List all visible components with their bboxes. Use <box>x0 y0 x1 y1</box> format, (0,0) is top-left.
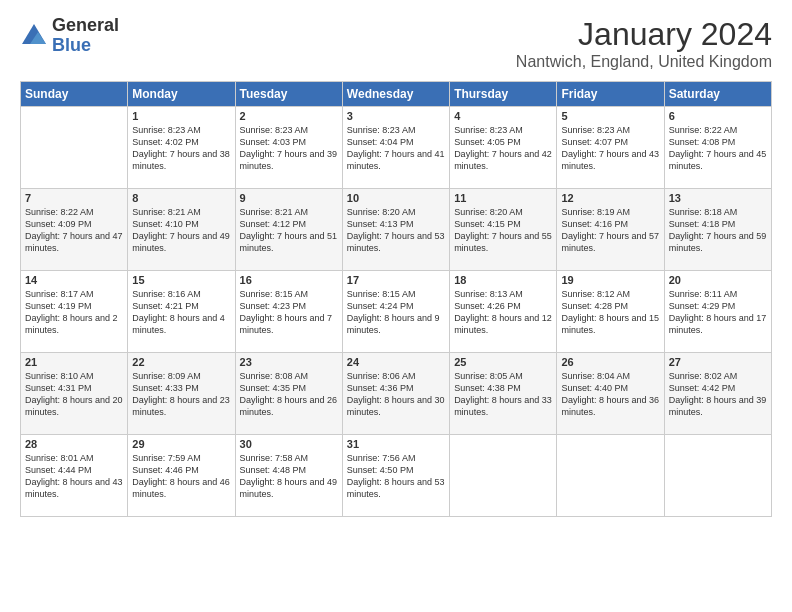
calendar-week-row: 7 Sunrise: 8:22 AM Sunset: 4:09 PM Dayli… <box>21 189 772 271</box>
calendar-cell <box>450 435 557 517</box>
calendar-cell: 24 Sunrise: 8:06 AM Sunset: 4:36 PM Dayl… <box>342 353 449 435</box>
day-number: 26 <box>561 356 659 368</box>
day-info: Sunrise: 8:08 AM Sunset: 4:35 PM Dayligh… <box>240 370 338 419</box>
day-info: Sunrise: 8:12 AM Sunset: 4:28 PM Dayligh… <box>561 288 659 337</box>
daylight-text: Daylight: 8 hours and 2 minutes. <box>25 313 118 335</box>
sunrise-text: Sunrise: 8:22 AM <box>669 125 738 135</box>
logo: General Blue <box>20 16 119 56</box>
daylight-text: Daylight: 7 hours and 47 minutes. <box>25 231 123 253</box>
calendar-cell: 9 Sunrise: 8:21 AM Sunset: 4:12 PM Dayli… <box>235 189 342 271</box>
sunrise-text: Sunrise: 8:04 AM <box>561 371 630 381</box>
day-number: 1 <box>132 110 230 122</box>
day-number: 23 <box>240 356 338 368</box>
sunrise-text: Sunrise: 7:59 AM <box>132 453 201 463</box>
daylight-text: Daylight: 7 hours and 43 minutes. <box>561 149 659 171</box>
day-number: 15 <box>132 274 230 286</box>
daylight-text: Daylight: 8 hours and 49 minutes. <box>240 477 338 499</box>
daylight-text: Daylight: 7 hours and 57 minutes. <box>561 231 659 253</box>
day-info: Sunrise: 8:01 AM Sunset: 4:44 PM Dayligh… <box>25 452 123 501</box>
day-number: 27 <box>669 356 767 368</box>
daylight-text: Daylight: 7 hours and 38 minutes. <box>132 149 230 171</box>
day-info: Sunrise: 8:20 AM Sunset: 4:13 PM Dayligh… <box>347 206 445 255</box>
calendar-cell: 14 Sunrise: 8:17 AM Sunset: 4:19 PM Dayl… <box>21 271 128 353</box>
calendar-cell: 21 Sunrise: 8:10 AM Sunset: 4:31 PM Dayl… <box>21 353 128 435</box>
daylight-text: Daylight: 8 hours and 36 minutes. <box>561 395 659 417</box>
day-info: Sunrise: 8:22 AM Sunset: 4:08 PM Dayligh… <box>669 124 767 173</box>
calendar-cell: 25 Sunrise: 8:05 AM Sunset: 4:38 PM Dayl… <box>450 353 557 435</box>
day-info: Sunrise: 8:19 AM Sunset: 4:16 PM Dayligh… <box>561 206 659 255</box>
sunrise-text: Sunrise: 8:10 AM <box>25 371 94 381</box>
day-number: 31 <box>347 438 445 450</box>
daylight-text: Daylight: 8 hours and 20 minutes. <box>25 395 123 417</box>
sunrise-text: Sunrise: 8:23 AM <box>561 125 630 135</box>
header: General Blue January 2024 Nantwich, Engl… <box>20 16 772 71</box>
sunset-text: Sunset: 4:36 PM <box>347 383 414 393</box>
calendar-cell: 19 Sunrise: 8:12 AM Sunset: 4:28 PM Dayl… <box>557 271 664 353</box>
title-block: January 2024 Nantwich, England, United K… <box>516 16 772 71</box>
sunrise-text: Sunrise: 8:19 AM <box>561 207 630 217</box>
calendar-cell: 31 Sunrise: 7:56 AM Sunset: 4:50 PM Dayl… <box>342 435 449 517</box>
day-info: Sunrise: 8:15 AM Sunset: 4:23 PM Dayligh… <box>240 288 338 337</box>
daylight-text: Daylight: 8 hours and 15 minutes. <box>561 313 659 335</box>
sunrise-text: Sunrise: 8:13 AM <box>454 289 523 299</box>
location: Nantwich, England, United Kingdom <box>516 53 772 71</box>
day-info: Sunrise: 8:10 AM Sunset: 4:31 PM Dayligh… <box>25 370 123 419</box>
day-number: 17 <box>347 274 445 286</box>
calendar-cell: 28 Sunrise: 8:01 AM Sunset: 4:44 PM Dayl… <box>21 435 128 517</box>
day-info: Sunrise: 7:58 AM Sunset: 4:48 PM Dayligh… <box>240 452 338 501</box>
calendar-week-row: 21 Sunrise: 8:10 AM Sunset: 4:31 PM Dayl… <box>21 353 772 435</box>
day-number: 8 <box>132 192 230 204</box>
sunrise-text: Sunrise: 8:23 AM <box>240 125 309 135</box>
sunset-text: Sunset: 4:16 PM <box>561 219 628 229</box>
day-info: Sunrise: 8:23 AM Sunset: 4:04 PM Dayligh… <box>347 124 445 173</box>
day-info: Sunrise: 8:16 AM Sunset: 4:21 PM Dayligh… <box>132 288 230 337</box>
sunset-text: Sunset: 4:23 PM <box>240 301 307 311</box>
col-sunday: Sunday <box>21 82 128 107</box>
sunset-text: Sunset: 4:13 PM <box>347 219 414 229</box>
daylight-text: Daylight: 7 hours and 45 minutes. <box>669 149 767 171</box>
day-info: Sunrise: 7:56 AM Sunset: 4:50 PM Dayligh… <box>347 452 445 501</box>
calendar-cell: 6 Sunrise: 8:22 AM Sunset: 4:08 PM Dayli… <box>664 107 771 189</box>
day-info: Sunrise: 8:22 AM Sunset: 4:09 PM Dayligh… <box>25 206 123 255</box>
logo-general-text: General <box>52 16 119 36</box>
day-number: 11 <box>454 192 552 204</box>
sunset-text: Sunset: 4:44 PM <box>25 465 92 475</box>
day-number: 29 <box>132 438 230 450</box>
sunrise-text: Sunrise: 8:01 AM <box>25 453 94 463</box>
sunrise-text: Sunrise: 8:21 AM <box>132 207 201 217</box>
sunrise-text: Sunrise: 8:23 AM <box>454 125 523 135</box>
day-number: 25 <box>454 356 552 368</box>
daylight-text: Daylight: 8 hours and 17 minutes. <box>669 313 767 335</box>
day-info: Sunrise: 8:23 AM Sunset: 4:07 PM Dayligh… <box>561 124 659 173</box>
daylight-text: Daylight: 8 hours and 23 minutes. <box>132 395 230 417</box>
day-number: 2 <box>240 110 338 122</box>
calendar-header-row: Sunday Monday Tuesday Wednesday Thursday… <box>21 82 772 107</box>
calendar-cell: 15 Sunrise: 8:16 AM Sunset: 4:21 PM Dayl… <box>128 271 235 353</box>
daylight-text: Daylight: 7 hours and 41 minutes. <box>347 149 445 171</box>
sunset-text: Sunset: 4:08 PM <box>669 137 736 147</box>
daylight-text: Daylight: 8 hours and 39 minutes. <box>669 395 767 417</box>
calendar-cell: 30 Sunrise: 7:58 AM Sunset: 4:48 PM Dayl… <box>235 435 342 517</box>
day-info: Sunrise: 8:05 AM Sunset: 4:38 PM Dayligh… <box>454 370 552 419</box>
day-number: 20 <box>669 274 767 286</box>
day-info: Sunrise: 8:02 AM Sunset: 4:42 PM Dayligh… <box>669 370 767 419</box>
daylight-text: Daylight: 8 hours and 7 minutes. <box>240 313 333 335</box>
sunset-text: Sunset: 4:50 PM <box>347 465 414 475</box>
calendar-cell: 18 Sunrise: 8:13 AM Sunset: 4:26 PM Dayl… <box>450 271 557 353</box>
day-info: Sunrise: 8:23 AM Sunset: 4:05 PM Dayligh… <box>454 124 552 173</box>
sunset-text: Sunset: 4:12 PM <box>240 219 307 229</box>
sunset-text: Sunset: 4:15 PM <box>454 219 521 229</box>
sunrise-text: Sunrise: 8:18 AM <box>669 207 738 217</box>
daylight-text: Daylight: 7 hours and 42 minutes. <box>454 149 552 171</box>
sunset-text: Sunset: 4:04 PM <box>347 137 414 147</box>
calendar-cell: 17 Sunrise: 8:15 AM Sunset: 4:24 PM Dayl… <box>342 271 449 353</box>
sunset-text: Sunset: 4:03 PM <box>240 137 307 147</box>
sunset-text: Sunset: 4:42 PM <box>669 383 736 393</box>
logo-blue-text: Blue <box>52 36 119 56</box>
day-number: 3 <box>347 110 445 122</box>
col-wednesday: Wednesday <box>342 82 449 107</box>
day-info: Sunrise: 8:21 AM Sunset: 4:10 PM Dayligh… <box>132 206 230 255</box>
col-monday: Monday <box>128 82 235 107</box>
sunset-text: Sunset: 4:09 PM <box>25 219 92 229</box>
calendar-cell: 4 Sunrise: 8:23 AM Sunset: 4:05 PM Dayli… <box>450 107 557 189</box>
